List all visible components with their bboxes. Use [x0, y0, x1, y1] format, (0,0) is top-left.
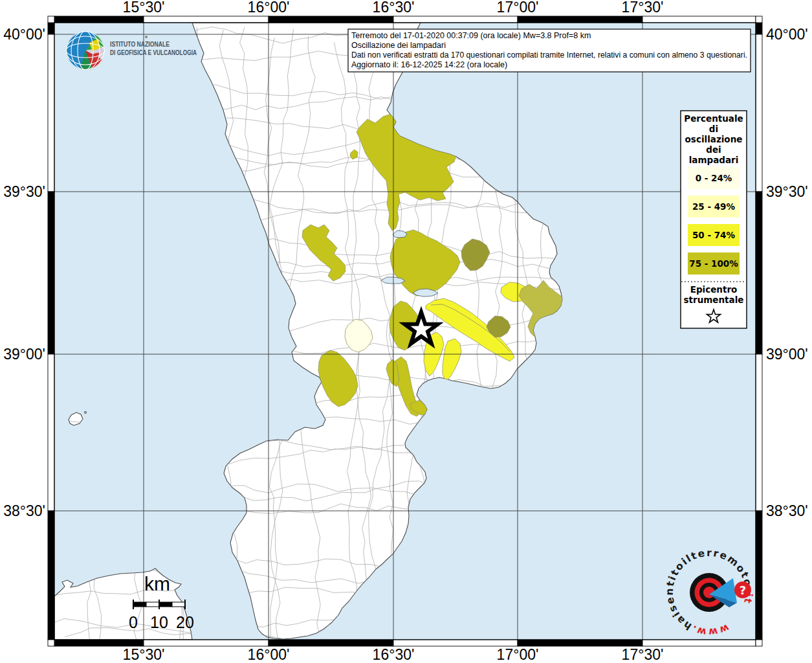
- frame-segment: [48, 640, 54, 646]
- lon-label-top: 16°00': [248, 0, 290, 16]
- legend-title-line: Percentuale: [684, 113, 743, 124]
- frame-segment: [54, 640, 144, 646]
- frame-segment: [642, 16, 756, 23]
- lon-label-top: 16°30': [373, 0, 415, 16]
- scale-segment: [133, 602, 146, 607]
- legend-label-0-24: 0 - 24%: [696, 173, 732, 183]
- frame-segment: [756, 640, 762, 646]
- lat-label-right: 39°00': [766, 346, 808, 363]
- legend-title-line: di: [709, 124, 718, 134]
- ingv-name-line-2: DI GEOFISICA E VULCANOLOGIA: [110, 49, 197, 56]
- lat-label-right: 39°30': [766, 183, 808, 200]
- frame-segment: [54, 16, 144, 23]
- lat-label-left: 38°30': [3, 502, 45, 519]
- frame-segment: [756, 23, 762, 34]
- lon-label-top: 17°00': [497, 0, 539, 16]
- frame-segment: [393, 640, 518, 646]
- islet-dot: [85, 412, 87, 414]
- frame-segment: [144, 16, 269, 23]
- frame-segment: [756, 354, 762, 511]
- scale-segment: [146, 602, 159, 607]
- legend-label-25-49: 25 - 49%: [692, 201, 736, 212]
- question-mark: ?: [740, 583, 746, 597]
- info-line-4: Aggiornato il: 16-12-2025 14:22 (ora loc…: [351, 60, 507, 69]
- frame-segment: [756, 16, 762, 23]
- frame-segment: [48, 511, 54, 640]
- frame-segment: [144, 640, 269, 646]
- frame-segment: [269, 16, 393, 23]
- lon-label-bottom: 16°30': [373, 646, 415, 663]
- lon-label-bottom: 16°00': [248, 646, 290, 663]
- frame-segment: [269, 640, 393, 646]
- frame-segment: [756, 34, 762, 192]
- frame-segment: [393, 16, 518, 23]
- frame-segment: [642, 640, 756, 646]
- frame-segment: [48, 23, 54, 34]
- lon-label-bottom: 15°30': [123, 646, 165, 663]
- info-line-2: Oscillazione dei lampadari: [351, 41, 446, 50]
- lon-label-bottom: 17°00': [497, 646, 539, 663]
- scale-segment: [159, 602, 172, 607]
- frame-segment: [518, 16, 642, 23]
- frame-segment: [756, 511, 762, 640]
- lon-label-top: 17°30': [622, 0, 664, 16]
- ingv-globe-icon: [66, 31, 105, 70]
- frame-segment: [518, 640, 642, 646]
- lon-label-top: 15°30': [123, 0, 165, 16]
- info-box: Terremoto del 17-01-2020 00:37:09 (ora l…: [348, 29, 751, 72]
- legend-label-50-74: 50 - 74%: [692, 230, 736, 240]
- lat-label-right: 40°00': [766, 26, 808, 43]
- scale-tick-10: 10: [150, 613, 168, 631]
- legend-title-line: oscillazione: [685, 134, 743, 144]
- legend-epicenter-line: Epicentro: [690, 284, 738, 295]
- lat-label-left: 39°30': [3, 183, 45, 200]
- islet-dot: [146, 36, 147, 38]
- macroseismic-map: km 0 10 20 Terremoto del 17-01-2020 00:3…: [0, 0, 812, 663]
- ingv-name-line-1: ISTITUTO NAZIONALE: [110, 40, 170, 48]
- frame-segment: [48, 192, 54, 354]
- legend-epicenter-line: strumentale: [684, 295, 744, 305]
- lat-label-right: 38°30': [766, 502, 808, 519]
- scale-segment: [172, 602, 185, 607]
- scale-tick-0: 0: [129, 613, 138, 631]
- info-line-3: Dati non verificati estratti da 170 ques…: [351, 51, 747, 60]
- frame-segment: [48, 354, 54, 511]
- lon-label-bottom: 17°30': [622, 646, 664, 663]
- info-line-1: Terremoto del 17-01-2020 00:37:09 (ora l…: [351, 31, 591, 40]
- legend: Percentuale di oscillazione dei lampadar…: [681, 111, 747, 328]
- scale-unit-label: km: [144, 573, 170, 594]
- scale-tick-20: 20: [176, 613, 194, 631]
- lat-label-left: 40°00': [3, 26, 45, 43]
- frame-segment: [48, 34, 54, 192]
- lat-label-left: 39°00': [3, 346, 45, 363]
- legend-label-75-100: 75 - 100%: [689, 258, 738, 269]
- frame-segment: [756, 192, 762, 354]
- legend-title-line: dei: [706, 144, 721, 155]
- legend-title-line: lampadari: [689, 155, 739, 165]
- frame-segment: [48, 16, 54, 23]
